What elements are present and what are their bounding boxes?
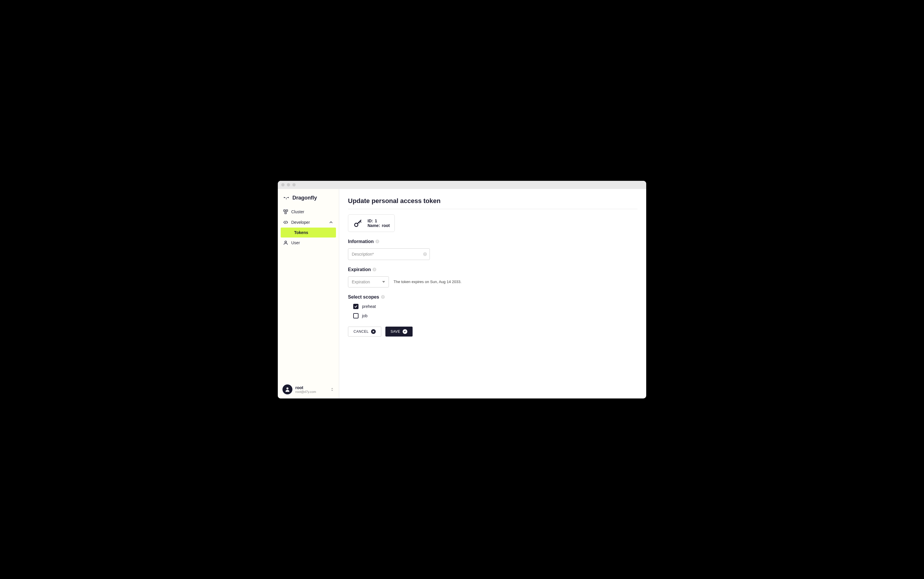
section-information: Information ? [348, 239, 637, 244]
code-icon [283, 220, 288, 225]
scopes-list: preheat job [353, 304, 637, 319]
sidebar-item-label: Cluster [291, 209, 304, 214]
sidebar-item-user[interactable]: User [278, 237, 339, 248]
check-icon [354, 305, 358, 308]
sort-icon[interactable] [330, 388, 334, 391]
section-label: Information [348, 239, 374, 244]
dropdown-icon [382, 280, 385, 283]
help-icon[interactable]: ? [373, 268, 376, 272]
checkbox-job[interactable] [353, 313, 358, 319]
scope-item-job: job [353, 313, 637, 319]
token-meta: ID: 1 Name: root [368, 219, 390, 228]
main: Update personal access token ID: 1 Name:… [339, 189, 646, 399]
sidebar: Dragonfly Cluster Developer Tokens User [278, 189, 339, 399]
actions: CANCEL SAVE [348, 327, 637, 337]
sidebar-item-label: Developer [291, 220, 310, 225]
sidebar-item-label: User [291, 240, 300, 245]
page-title: Update personal access token [348, 197, 637, 209]
section-label: Select scopes [348, 294, 379, 300]
cluster-icon [283, 209, 288, 214]
section-expiration: Expiration ? [348, 267, 637, 272]
expiration-row: Expiration The token expires on Sun, Aug… [348, 276, 637, 288]
section-label: Expiration [348, 267, 371, 272]
section-scopes: Select scopes ? [348, 294, 637, 300]
cancel-button[interactable]: CANCEL [348, 327, 381, 337]
sidebar-item-label: Tokens [294, 230, 308, 235]
token-name-value: root [382, 223, 390, 228]
svg-point-5 [287, 388, 289, 389]
avatar [282, 384, 292, 394]
select-label: Expiration [352, 280, 370, 284]
chevron-up-icon [328, 220, 334, 225]
save-icon [403, 329, 407, 334]
user-icon [283, 240, 288, 245]
sidebar-item-tokens[interactable]: Tokens [281, 227, 336, 237]
button-label: SAVE [391, 330, 400, 334]
expiration-text: The token expires on Sun, Aug 14 2033. [394, 280, 461, 284]
user-footer[interactable]: root root@d7y.com [278, 380, 339, 399]
svg-marker-10 [382, 281, 385, 283]
window-maximize-icon[interactable] [292, 183, 295, 186]
svg-line-8 [360, 221, 361, 222]
scope-label: job [362, 314, 368, 318]
sidebar-item-developer[interactable]: Developer [278, 217, 339, 227]
cancel-icon [371, 329, 376, 334]
brand-label: Dragonfly [292, 195, 317, 201]
svg-point-4 [285, 241, 287, 243]
svg-point-6 [355, 223, 358, 226]
token-name-label: Name: [368, 223, 380, 228]
avatar-icon [284, 386, 290, 393]
sidebar-item-cluster[interactable]: Cluster [278, 206, 339, 217]
token-id-label: ID: [368, 219, 373, 223]
nav: Cluster Developer Tokens User [278, 206, 339, 380]
svg-line-3 [286, 221, 286, 224]
brand: Dragonfly [278, 195, 339, 206]
help-icon[interactable]: ? [423, 252, 427, 256]
token-card: ID: 1 Name: root [348, 214, 395, 232]
checkbox-preheat[interactable] [353, 304, 358, 309]
scope-label: preheat [362, 304, 376, 309]
description-input[interactable] [348, 248, 430, 260]
svg-rect-1 [286, 210, 288, 211]
scope-item-preheat: preheat [353, 304, 637, 309]
titlebar [278, 181, 646, 189]
button-label: CANCEL [353, 330, 369, 334]
dragonfly-logo-icon [283, 195, 289, 201]
svg-line-9 [359, 222, 359, 223]
app-window: Dragonfly Cluster Developer Tokens User [278, 181, 646, 399]
window-close-icon[interactable] [281, 183, 284, 186]
window-minimize-icon[interactable] [287, 183, 290, 186]
user-name: root [295, 385, 327, 390]
user-info: root root@d7y.com [295, 385, 327, 394]
user-email: root@d7y.com [295, 390, 327, 394]
token-id-value: 1 [375, 219, 377, 223]
key-icon [353, 218, 363, 228]
svg-rect-2 [285, 212, 286, 214]
save-button[interactable]: SAVE [386, 327, 413, 337]
help-icon[interactable]: ? [381, 295, 385, 299]
expiration-select[interactable]: Expiration [348, 276, 389, 288]
description-input-wrap: ? [348, 248, 430, 260]
help-icon[interactable]: ? [376, 240, 379, 243]
svg-rect-0 [284, 210, 285, 211]
